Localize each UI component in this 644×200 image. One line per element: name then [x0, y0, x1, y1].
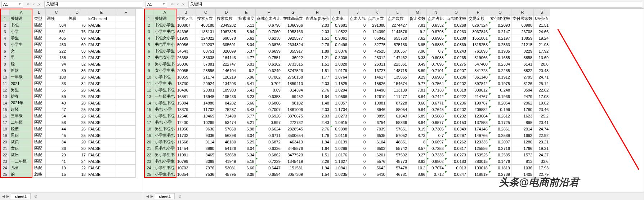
cell[interactable]: 1.64 — [304, 145, 331, 152]
cell[interactable]: 291388 — [367, 22, 387, 28]
row-header[interactable]: 7 — [0, 54, 10, 61]
cell[interactable]: 匹配 — [33, 87, 46, 93]
cancel-icon[interactable]: ✕ — [171, 2, 174, 6]
cell[interactable]: 7.81 — [408, 22, 427, 28]
cell[interactable]: 2.76 — [304, 126, 331, 132]
cell[interactable]: 书包小学生 — [154, 22, 176, 28]
cell[interactable]: 一年级书包 — [154, 93, 176, 100]
cell[interactable]: 直通车参考价 — [304, 15, 331, 22]
cell[interactable]: 24.74 — [534, 126, 550, 132]
cell[interactable]: 48180 — [216, 139, 237, 145]
cell[interactable]: 男生书包小 — [154, 126, 176, 132]
cell[interactable]: 76 — [67, 28, 87, 35]
cell[interactable]: 98102 — [282, 100, 304, 106]
col-header[interactable]: G — [282, 9, 304, 15]
cell[interactable]: 9.27 — [408, 152, 427, 158]
cell[interactable]: 5.04 — [237, 41, 256, 48]
cell[interactable]: 25 — [67, 93, 87, 100]
cell[interactable]: 6.08 — [237, 171, 256, 178]
cell[interactable]: 1.0176 — [331, 152, 349, 158]
cell[interactable]: 0.2097 — [489, 139, 511, 145]
cell[interactable]: FALSE — [87, 48, 116, 54]
cell[interactable]: 3822 — [511, 67, 534, 74]
row-header[interactable]: 10 — [0, 74, 10, 80]
cell[interactable]: 1953163 — [282, 28, 304, 35]
accept-icon[interactable]: ✓ — [32, 2, 35, 6]
cell[interactable]: FALSE — [87, 80, 116, 87]
cell[interactable]: 8946 — [367, 106, 387, 113]
cell[interactable]: 2.03 — [304, 80, 331, 87]
cell[interactable]: 22 — [67, 165, 87, 171]
cell[interactable]: 0 — [349, 139, 367, 145]
cell[interactable]: 105486 — [216, 93, 237, 100]
cell[interactable]: 111477 — [387, 93, 408, 100]
cell[interactable] — [116, 87, 136, 93]
cell[interactable]: 2.03 — [304, 22, 331, 28]
cell[interactable]: 184143 — [216, 54, 237, 61]
cell[interactable]: 0.0297 — [445, 132, 468, 139]
cell[interactable]: 125586 — [468, 145, 489, 152]
cell[interactable]: 匹配 — [33, 158, 46, 165]
cell[interactable]: 56398 — [216, 132, 237, 139]
cell[interactable]: FALSE — [87, 119, 116, 126]
cell[interactable]: 9.77 — [408, 80, 427, 87]
cell[interactable]: 一二年级 — [10, 158, 33, 165]
cell[interactable]: 0.6594 — [256, 171, 282, 178]
tab-nav-prev-icon[interactable]: ◀ — [2, 194, 5, 198]
col-header[interactable]: F — [256, 9, 282, 15]
cell[interactable]: 1.51 — [304, 152, 331, 158]
cell[interactable]: 0.2716 — [489, 145, 511, 152]
cell[interactable]: 36 — [67, 67, 87, 74]
cell[interactable]: 355917 — [282, 48, 304, 54]
cell[interactable]: 0.0183 — [445, 158, 468, 165]
cell[interactable]: 0.6332 — [427, 22, 445, 28]
row-header[interactable]: 13 — [0, 93, 10, 100]
cell[interactable]: 0.6577 — [427, 119, 445, 126]
cell[interactable]: 7.81 — [408, 87, 427, 93]
cell[interactable] — [116, 158, 136, 165]
col-header[interactable]: Q — [489, 9, 511, 15]
cell[interactable]: 54126 — [216, 145, 237, 152]
cell[interactable]: 6.66 — [237, 165, 256, 171]
cell[interactable]: 57592 — [387, 152, 408, 158]
cell[interactable]: 5.66 — [237, 100, 256, 106]
cell[interactable]: 17.92 — [534, 48, 550, 54]
cell[interactable]: 57660 — [216, 126, 237, 132]
row-header[interactable]: 24 — [0, 165, 10, 171]
cell[interactable]: 9114 — [196, 139, 216, 145]
cell[interactable]: 58 — [46, 119, 67, 126]
col-header[interactable]: C — [46, 9, 67, 15]
cell[interactable]: 小学 — [10, 28, 33, 35]
cell[interactable]: 9.29 — [408, 74, 427, 80]
cell[interactable]: 13.69 — [534, 54, 550, 61]
col-header[interactable]: I — [331, 9, 349, 15]
row-header[interactable]: 5 — [0, 41, 10, 48]
cell[interactable]: 20.8 — [534, 61, 550, 67]
add-sheet-icon[interactable]: ⊕ — [176, 193, 184, 199]
cell[interactable]: 21.93 — [534, 41, 550, 48]
cell[interactable]: 9636 — [196, 126, 216, 132]
cell[interactable]: 0.6903 — [427, 74, 445, 80]
cell[interactable]: 118819 — [468, 171, 489, 178]
cell[interactable]: 1780 — [511, 106, 534, 113]
cell[interactable]: 0.6711 — [256, 132, 282, 139]
cell[interactable]: 5.62 — [237, 35, 256, 41]
cell[interactable]: 5.94 — [237, 28, 256, 35]
row-header[interactable]: 17 — [0, 119, 10, 126]
cell[interactable]: 0.1655 — [489, 54, 511, 61]
cell[interactable]: 59 — [46, 93, 67, 100]
cell[interactable]: 0.6336 — [256, 145, 282, 152]
row-header[interactable]: 6 — [144, 48, 154, 54]
cell[interactable]: 20 — [67, 139, 87, 145]
cell[interactable]: 214767 — [468, 93, 489, 100]
cell[interactable]: 8.66 — [408, 100, 427, 106]
cell[interactable]: 0.7305 — [427, 126, 445, 132]
cell[interactable]: 0 — [349, 152, 367, 158]
cell[interactable]: 222747 — [216, 61, 237, 67]
cell[interactable]: FALSE — [87, 145, 116, 152]
cell[interactable]: 22.92 — [534, 132, 550, 139]
cell[interactable]: 11950 — [176, 126, 196, 132]
cell[interactable]: FALSE — [87, 87, 116, 93]
cell[interactable]: 0.0288 — [445, 35, 468, 41]
cell[interactable]: IsChecked — [87, 15, 116, 22]
